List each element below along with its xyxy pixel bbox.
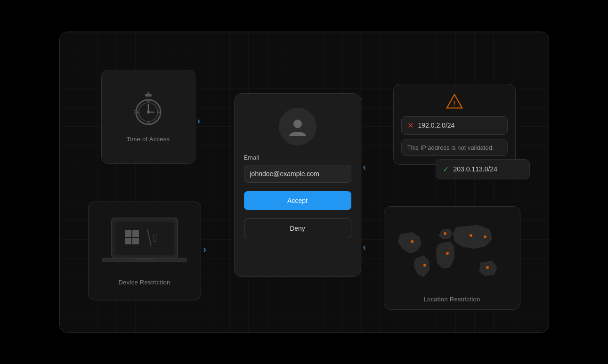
deny-button[interactable]: Deny: [244, 218, 351, 238]
world-map-svg: [386, 216, 518, 300]
invalid-icon: ✕: [407, 121, 413, 130]
stopwatch-icon: [130, 90, 167, 130]
svg-point-26: [444, 232, 446, 235]
accept-button[interactable]: Accept: [244, 191, 351, 210]
canvas: Time of Access › : [60, 32, 549, 332]
valid-ip-text: 203.0.113.0/24: [454, 165, 497, 173]
time-of-access-card: Time of Access: [101, 70, 195, 164]
svg-rect-14: [115, 222, 174, 255]
invalid-ip-text: 192.0.2.0/24: [418, 121, 455, 129]
arrow-auth-to-location: ‹: [363, 242, 366, 252]
svg-point-10: [147, 111, 150, 113]
location-card-label: Location Restriction: [423, 296, 480, 303]
warning-icon-container: !: [401, 93, 508, 110]
svg-rect-15: [125, 230, 131, 237]
svg-text:!: !: [453, 99, 455, 107]
svg-rect-16: [132, 230, 139, 237]
user-avatar-icon: [287, 116, 308, 137]
svg-point-29: [446, 252, 449, 255]
svg-rect-22: [135, 258, 154, 260]
svg-point-30: [486, 266, 489, 269]
location-restriction-card: Location Restriction: [384, 206, 520, 310]
world-map: [384, 207, 520, 309]
error-message: This IP address is not validated.: [401, 139, 508, 156]
main-screen: Time of Access › : [59, 32, 549, 333]
email-section: Email: [244, 154, 351, 183]
invalid-ip-row: ✕ 192.0.2.0/24: [401, 116, 508, 135]
email-label: Email: [244, 154, 351, 161]
arrow-time-to-auth: ›: [197, 115, 201, 126]
warning-triangle-icon: !: [446, 93, 463, 110]
auth-card: Email Accept Deny: [234, 93, 361, 277]
avatar: [279, 108, 316, 146]
time-card-label: Time of Access: [127, 136, 170, 143]
svg-rect-18: [132, 238, 139, 244]
svg-point-31: [423, 264, 426, 267]
svg-point-27: [470, 234, 472, 237]
ip-restriction-card: ! ✕ 192.0.2.0/24 This IP address is not …: [393, 84, 516, 165]
svg-rect-1: [147, 92, 149, 96]
svg-point-28: [484, 235, 486, 238]
email-input[interactable]: [244, 165, 351, 183]
svg-rect-17: [125, 238, 131, 244]
svg-point-23: [293, 120, 302, 128]
arrow-device-to-auth: ›: [203, 244, 207, 255]
laptop-svg: : [102, 213, 187, 270]
svg-point-25: [411, 240, 413, 243]
device-card-label: Device Restriction: [118, 279, 170, 286]
valid-ip-card: ✓ 203.0.113.0/24: [436, 159, 530, 179]
valid-icon: ✓: [443, 165, 449, 174]
device-restriction-card:  Device Restriction: [88, 202, 201, 300]
svg-text:: : [153, 232, 157, 244]
arrow-auth-to-ip: ‹: [363, 162, 366, 172]
